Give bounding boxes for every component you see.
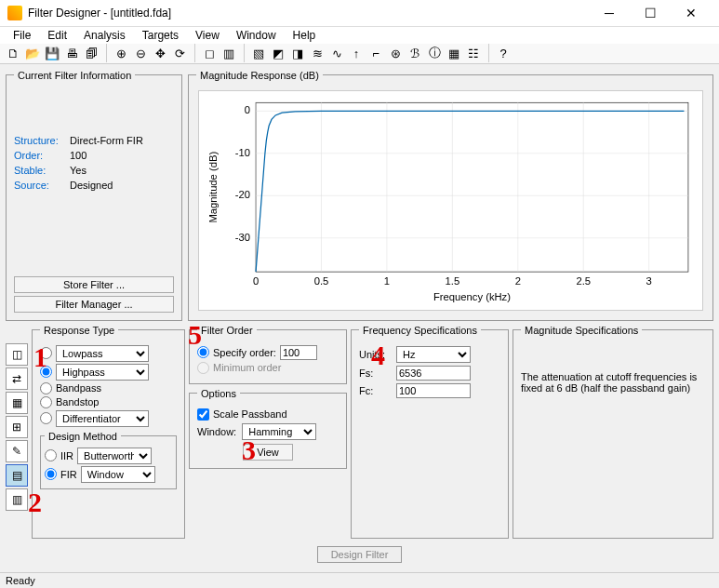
menu-file[interactable]: File [6, 27, 38, 44]
radio-highpass[interactable] [40, 366, 52, 378]
radio-bandpass[interactable] [40, 382, 52, 394]
mag-resp-icon[interactable]: ▧ [249, 44, 268, 62]
window-select[interactable]: Hamming [242, 423, 316, 440]
menu-help[interactable]: Help [286, 27, 324, 44]
units-select[interactable]: Hz [396, 346, 471, 363]
status-bar: Ready [0, 572, 719, 588]
svg-text:3: 3 [646, 275, 652, 287]
svg-text:1.5: 1.5 [446, 275, 460, 287]
svg-text:0: 0 [253, 275, 259, 287]
sidetab-4[interactable]: ⊞ [6, 416, 28, 438]
zoom-in-icon[interactable]: ⊕ [112, 44, 130, 62]
window-label: Window: [197, 426, 236, 437]
plot-area[interactable]: 00.511.522.530-10-20-30Frequency (kHz)Ma… [198, 90, 703, 311]
structure-label: Structure: [14, 135, 70, 146]
svg-text:1: 1 [384, 275, 390, 287]
fc-input[interactable] [396, 383, 471, 398]
menu-view[interactable]: View [188, 27, 227, 44]
structure-value: Direct-Form FIR [70, 135, 174, 146]
sidetab-5[interactable]: ✎ [6, 440, 28, 462]
mag-specs-group: Magnitude Specifications The attenuation… [513, 325, 713, 539]
design-method-group: Design Method IIRButterworth FIRWindow [40, 431, 177, 489]
menu-targets[interactable]: Targets [135, 27, 186, 44]
open-icon[interactable]: 📂 [23, 44, 42, 62]
radio-lowpass[interactable] [40, 347, 52, 359]
restore-view-icon[interactable]: ⟳ [170, 44, 189, 62]
svg-text:0: 0 [245, 104, 250, 115]
radio-differentiator[interactable] [40, 412, 52, 424]
source-label: Source: [14, 180, 70, 191]
design-filter-button[interactable]: Design Filter [317, 546, 403, 563]
filter-specs-icon[interactable]: ▥ [220, 44, 238, 62]
order-value: 100 [70, 150, 174, 161]
sidetab-7[interactable]: ▥ [6, 488, 28, 511]
group-delay-icon[interactable]: ≋ [308, 44, 326, 62]
round-off-icon[interactable]: ☷ [464, 44, 483, 62]
scale-passband-label: Scale Passband [213, 408, 287, 420]
sidetab-2[interactable]: ⇄ [6, 368, 28, 390]
filter-info-legend: Current Filter Information [14, 70, 135, 81]
step-resp-icon[interactable]: ⌐ [366, 44, 385, 62]
print-preview-icon[interactable]: 🗐 [82, 44, 100, 62]
phase-resp-icon[interactable]: ◩ [269, 44, 287, 62]
minimize-button[interactable]: ─ [589, 0, 630, 26]
options-legend: Options [197, 388, 240, 399]
sidetab-3[interactable]: ▦ [6, 392, 28, 414]
highpass-select[interactable]: Highpass [56, 364, 149, 381]
store-filter-button[interactable]: Store Filter ... [14, 276, 174, 293]
radio-min-order [197, 362, 209, 374]
freq-specs-group: Frequency Specifications Units:Hz Fs: Fc… [351, 325, 509, 539]
fs-input[interactable] [396, 366, 471, 381]
menu-bar: File Edit Analysis Targets View Window H… [0, 27, 719, 44]
iir-label: IIR [60, 450, 73, 461]
window-title: Filter Designer - [untitled.fda] [28, 7, 589, 20]
pole-zero-icon[interactable]: ⊛ [386, 44, 405, 62]
help-icon[interactable]: ? [494, 44, 513, 62]
svg-text:Frequency (kHz): Frequency (kHz) [433, 290, 511, 301]
options-group: Options Scale Passband Window:Hamming Vi… [189, 388, 347, 469]
iir-select[interactable]: Butterworth [77, 448, 152, 464]
radio-iir[interactable] [45, 449, 57, 461]
maximize-button[interactable]: ☐ [630, 0, 671, 26]
sidetab-design[interactable]: ▤ [6, 464, 28, 487]
scale-passband-check[interactable] [197, 408, 209, 421]
design-method-legend: Design Method [45, 431, 121, 442]
filter-manager-button[interactable]: Filter Manager ... [14, 296, 174, 313]
radio-specify-order[interactable] [197, 346, 209, 358]
mag-phase-icon[interactable]: ◨ [288, 44, 307, 62]
full-view-icon[interactable]: ◻ [200, 44, 219, 62]
magnitude-resp2-icon[interactable]: ▦ [445, 44, 463, 62]
save-icon[interactable]: 💾 [43, 44, 61, 62]
svg-text:-20: -20 [235, 189, 250, 200]
source-value: Designed [70, 180, 174, 191]
fir-label: FIR [60, 469, 77, 480]
info-icon[interactable]: ⓘ [425, 44, 444, 62]
menu-window[interactable]: Window [229, 27, 284, 44]
sidetab-1[interactable]: ◫ [6, 343, 28, 366]
filter-order-legend: Filter Order [197, 325, 257, 336]
impulse-resp-icon[interactable]: ↑ [347, 44, 366, 62]
mag-specs-legend: Magnitude Specifications [521, 325, 642, 336]
radio-fir[interactable] [45, 468, 57, 480]
filter-info-group: Current Filter Information Structure: Di… [6, 70, 182, 321]
stable-label: Stable: [14, 165, 70, 176]
zoom-out-icon[interactable]: ⊖ [131, 44, 150, 62]
fir-select[interactable]: Window [81, 466, 155, 483]
differentiator-select[interactable]: Differentiator [56, 410, 149, 427]
coeffs-icon[interactable]: ℬ [406, 44, 424, 62]
svg-text:Magnitude (dB): Magnitude (dB) [207, 151, 219, 222]
close-button[interactable]: ✕ [671, 0, 712, 26]
print-icon[interactable]: 🖶 [62, 44, 81, 62]
view-button[interactable]: View [243, 444, 293, 461]
svg-text:0.5: 0.5 [314, 275, 329, 287]
lowpass-select[interactable]: Lowpass [56, 345, 149, 362]
menu-edit[interactable]: Edit [40, 27, 74, 44]
phase-delay-icon[interactable]: ∿ [327, 44, 346, 62]
min-order-label: Minimum order [213, 362, 281, 373]
menu-analysis[interactable]: Analysis [76, 27, 133, 44]
radio-bandstop[interactable] [40, 396, 52, 408]
new-icon[interactable]: 🗋 [4, 44, 22, 62]
response-type-group: Response Type Lowpass Highpass Bandpass … [32, 325, 185, 539]
pan-icon[interactable]: ✥ [151, 44, 169, 62]
order-input[interactable] [280, 345, 317, 360]
